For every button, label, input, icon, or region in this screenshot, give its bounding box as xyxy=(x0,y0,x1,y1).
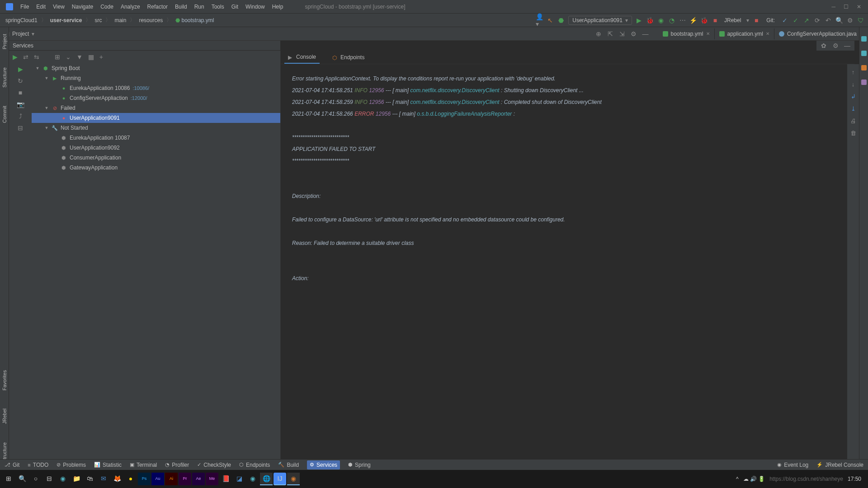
git-history-icon[interactable]: ⟳ xyxy=(814,17,821,24)
filter-icon[interactable]: ▼ xyxy=(76,53,83,61)
thread-icon[interactable]: ⇄ xyxy=(23,53,28,61)
stop-icon[interactable]: ■ xyxy=(712,17,719,24)
leaf-icon[interactable]: ⬣ xyxy=(557,17,565,24)
menu-tools[interactable]: Tools xyxy=(208,2,228,12)
footer-git[interactable]: ⎇ Git xyxy=(5,462,19,468)
services-hide-icon[interactable]: — xyxy=(844,42,851,49)
tree-group-running[interactable]: ▼▶ Running xyxy=(32,73,280,83)
editor-tab[interactable]: application.yml ✕ xyxy=(715,28,774,39)
layout-gutter-icon[interactable]: ⊟ xyxy=(18,124,23,131)
tab-commit[interactable]: Commit xyxy=(1,103,8,125)
minimize-icon[interactable]: ─ xyxy=(831,4,835,10)
thread2-icon[interactable]: ⇆ xyxy=(34,53,39,61)
stop-gutter-icon[interactable]: ■ xyxy=(19,89,22,96)
editor-tab[interactable]: bootstrap.yml ✕ xyxy=(658,28,715,39)
explorer-icon[interactable]: 📁 xyxy=(70,473,83,485)
au-icon[interactable]: Au xyxy=(151,473,164,485)
menu-navigate[interactable]: Navigate xyxy=(68,2,97,12)
breadcrumb-item[interactable]: springCloud1 xyxy=(4,16,39,24)
footer-jrebel[interactable]: ⚡ JRebel Console xyxy=(816,462,863,468)
breadcrumb-item[interactable]: main xyxy=(113,16,128,24)
attach-icon[interactable]: ⋯ xyxy=(679,17,686,24)
git-rollback-icon[interactable]: ↶ xyxy=(825,17,832,24)
pr-icon[interactable]: Pr xyxy=(179,473,191,485)
stop-all-icon[interactable]: ■ xyxy=(753,17,760,24)
ai-icon[interactable]: Ai xyxy=(165,473,178,485)
breadcrumb-item[interactable]: src xyxy=(93,16,104,24)
edge-icon[interactable]: ◉ xyxy=(57,473,69,485)
jrebel-run-icon[interactable]: ⚡ xyxy=(690,17,697,24)
gear-icon[interactable]: ⚙ xyxy=(630,30,637,38)
scroll-up-icon[interactable]: ↑ xyxy=(852,69,855,75)
tab-endpoints[interactable]: ⬡ Endpoints xyxy=(329,52,368,63)
tab-favorites[interactable]: Favorites xyxy=(1,368,8,393)
tree-item[interactable]: ⬢ ConsumerApplication xyxy=(32,153,280,163)
footer-statistic[interactable]: 📊 Statistic xyxy=(94,462,122,468)
close-tab-icon[interactable]: ✕ xyxy=(706,31,710,36)
camera-icon[interactable]: 📷 xyxy=(17,101,24,108)
menu-help[interactable]: Help xyxy=(269,2,287,12)
cortana-icon[interactable]: ○ xyxy=(29,473,42,485)
menu-refactor[interactable]: Refactor xyxy=(144,2,171,12)
soft-wrap-icon[interactable]: ↲ xyxy=(851,93,856,100)
footer-checkstyle[interactable]: ✓ CheckStyle xyxy=(197,462,231,468)
expand-icon[interactable]: ⇱ xyxy=(607,30,614,38)
debug-icon[interactable]: 🐞 xyxy=(646,17,654,24)
layout-icon[interactable]: ⊞ xyxy=(55,53,60,61)
menu-view[interactable]: View xyxy=(49,2,68,12)
jrebel-debug-icon[interactable]: 🐞 xyxy=(701,17,708,24)
menu-analyze[interactable]: Analyze xyxy=(117,2,144,12)
tab-jrebel[interactable]: JRebel xyxy=(1,406,8,426)
pdf-icon[interactable]: 📕 xyxy=(219,473,232,485)
intellij-icon[interactable]: IJ xyxy=(274,473,286,485)
tab-structure[interactable]: Structure xyxy=(1,65,8,90)
expand-all-icon[interactable]: ⌄ xyxy=(66,53,71,61)
shield-icon[interactable]: 🛡 xyxy=(857,17,864,24)
tree-item-selected[interactable]: ● UserApplication9091 xyxy=(32,113,280,123)
breadcrumb-item[interactable]: ⬣ bootstrap.yml xyxy=(174,16,216,24)
tray-icons[interactable]: ☁ 🔊 🔋 xyxy=(743,476,765,482)
ae-icon[interactable]: Ae xyxy=(192,473,205,485)
ps-icon[interactable]: Ps xyxy=(138,473,151,485)
close-icon[interactable]: ✕ xyxy=(857,4,861,10)
mail-icon[interactable]: ✉ xyxy=(97,473,110,485)
run-config-selector[interactable]: UserApplication9091▾ xyxy=(568,16,632,25)
footer-services[interactable]: ⚙ Services xyxy=(307,460,340,469)
clear-icon[interactable]: 🗑 xyxy=(850,130,856,136)
menu-build[interactable]: Build xyxy=(171,2,191,12)
tree-root[interactable]: ▼⬢ Spring Boot xyxy=(32,63,280,73)
clock[interactable]: 17:50 xyxy=(848,476,861,482)
footer-profiler[interactable]: ◔ Profiler xyxy=(165,462,189,468)
tree-group-failed[interactable]: ▼⊘ Failed xyxy=(32,103,280,113)
collapse-icon[interactable]: ⇲ xyxy=(618,30,626,38)
search-taskbar-icon[interactable]: 🔍 xyxy=(16,473,28,485)
scroll-down-icon[interactable]: ↓ xyxy=(852,81,855,88)
tree-item[interactable]: ● EurekaApplication 10086 :10086/ xyxy=(32,83,280,93)
start-icon[interactable]: ⊞ xyxy=(2,473,15,485)
profile-icon[interactable]: ◔ xyxy=(668,17,675,24)
tree-item[interactable]: ⬢ UserApplication9092 xyxy=(32,143,280,153)
tree-group-notstarted[interactable]: ▼🔧 Not Started xyxy=(32,123,280,133)
breadcrumb-item[interactable]: resources xyxy=(137,16,165,24)
tab-project[interactable]: Project xyxy=(1,32,8,52)
run-button[interactable]: ▶ xyxy=(13,53,18,61)
menu-git[interactable]: Git xyxy=(228,2,242,12)
tree-item[interactable]: ⬢ EurekaApplication 10087 xyxy=(32,133,280,143)
gradle-icon[interactable] xyxy=(861,80,867,85)
me-icon[interactable]: Me xyxy=(206,473,218,485)
scroll-end-icon[interactable]: ⤓ xyxy=(851,105,856,112)
group-icon[interactable]: ▦ xyxy=(88,53,94,61)
ant-icon[interactable] xyxy=(861,65,867,70)
run-icon[interactable]: ▶ xyxy=(636,17,643,24)
close-tab-icon[interactable]: ✕ xyxy=(766,31,769,36)
git-pull-icon[interactable]: ✓ xyxy=(781,17,788,24)
footer-spring[interactable]: ⬢ Spring xyxy=(348,462,371,468)
settings-icon[interactable]: ⚙ xyxy=(846,17,854,24)
maven-icon[interactable] xyxy=(861,51,867,56)
app-icon-4[interactable]: ◉ xyxy=(287,473,300,485)
app-icon-1[interactable]: ● xyxy=(124,473,137,485)
app-icon-3[interactable]: ◉ xyxy=(246,473,259,485)
search-icon[interactable]: 🔍 xyxy=(835,17,843,24)
editor-tab[interactable]: ConfigServerAppliaction.java ✕ xyxy=(774,28,868,39)
menu-window[interactable]: Window xyxy=(242,2,269,12)
